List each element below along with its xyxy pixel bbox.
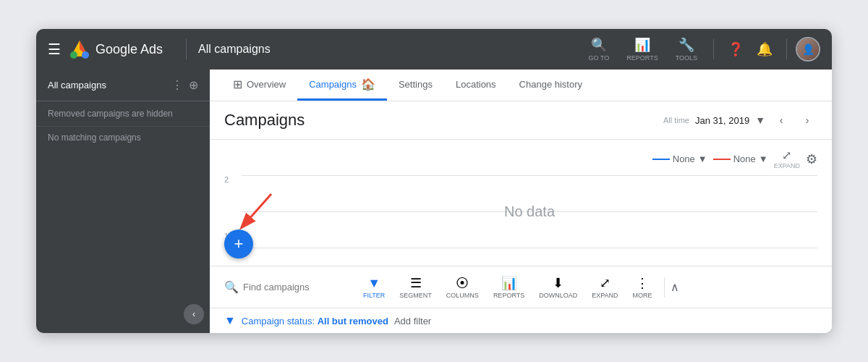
removed-notice-text: Removed campaigns are hidden [48, 109, 173, 119]
download-icon: ⬇ [553, 275, 563, 291]
sidebar-header: All campaigns ⋮ ⊕ [36, 70, 210, 101]
more-label: MORE [633, 292, 652, 299]
search-icon: 🔍 [224, 280, 239, 294]
filter-prefix: Campaign status: [242, 316, 315, 327]
reports-label: REPORTS [626, 54, 658, 62]
nav-separator [713, 39, 714, 59]
svg-point-3 [70, 51, 77, 59]
svg-point-2 [82, 51, 89, 59]
google-ads-text: Google Ads [95, 42, 163, 57]
google-ads-logo: Google Ads [69, 39, 163, 59]
reports-toolbar-button[interactable]: 📊 REPORTS [488, 272, 530, 302]
no-data-label: No data [504, 203, 555, 220]
date-prev-button[interactable]: ‹ [771, 110, 791, 130]
chart-lines: No data [242, 175, 817, 248]
nav-item-overview[interactable]: ⊞ Overview [221, 70, 297, 101]
sidebar-removed-notice: Removed campaigns are hidden [36, 101, 210, 127]
nav-item-settings[interactable]: Settings [387, 70, 444, 101]
campaigns-home-icon: 🏠 [361, 77, 375, 91]
date-label: All time [663, 116, 689, 125]
nav-page-title: All campaigns [198, 43, 271, 56]
content-header: Campaigns All time Jan 31, 2019 ▼ ‹ › [210, 101, 832, 140]
page-title: Campaigns [224, 111, 663, 130]
download-label: DOWNLOAD [539, 292, 577, 299]
legend-none-1[interactable]: None ▼ [673, 153, 707, 164]
help-button[interactable]: ❓ [723, 36, 749, 62]
y-label-2: 2 [224, 175, 229, 184]
reports-button[interactable]: 📊 REPORTS [619, 33, 665, 66]
nav-item-campaigns[interactable]: Campaigns 🏠 [297, 70, 387, 101]
tools-button[interactable]: 🔧 TOOLS [668, 33, 705, 66]
expand-toolbar-button[interactable]: ⤢ EXPAND [586, 272, 624, 302]
reports-toolbar-icon: 📊 [501, 275, 517, 291]
expand-icon: ⤢ [782, 148, 791, 162]
sidebar-menu-icon[interactable]: ⋮ [171, 78, 183, 92]
add-campaign-button[interactable]: + [224, 230, 253, 258]
sidebar: All campaigns ⋮ ⊕ Removed campaigns are … [36, 70, 210, 333]
collapse-sidebar-button[interactable]: ‹ [184, 304, 204, 324]
sidebar-add-icon[interactable]: ⊕ [189, 78, 198, 92]
search-icon: 🔍 [591, 37, 607, 53]
legend-blue-line [652, 159, 670, 160]
date-range: All time Jan 31, 2019 ▼ ‹ › [663, 110, 817, 130]
locations-label: Locations [456, 79, 496, 90]
hamburger-button[interactable]: ☰ [48, 41, 61, 58]
nav-item-change-history[interactable]: Change history [508, 70, 594, 101]
filter-bar-text: Campaign status: All but removed [242, 316, 388, 327]
search-campaigns-input[interactable] [243, 282, 330, 292]
google-ads-logo-icon [69, 39, 90, 59]
change-history-label: Change history [519, 79, 582, 90]
date-dropdown-button[interactable]: ▼ [755, 114, 765, 126]
legend-red-line [713, 159, 731, 160]
nav-item-locations[interactable]: Locations [444, 70, 508, 101]
top-nav: ☰ Google Ads All campaigns 🔍 GO TO 📊 REP… [36, 29, 832, 70]
sidebar-collapse: ‹ [36, 295, 210, 333]
add-filter-button[interactable]: Add filter [394, 316, 431, 327]
chart-sliders-button[interactable]: ⚙ [806, 151, 817, 167]
more-button[interactable]: ⋮ MORE [627, 272, 658, 302]
filter-bar-icon: ▼ [224, 314, 236, 327]
goto-label: GO TO [589, 54, 610, 62]
notifications-button[interactable]: 🔔 [752, 36, 778, 62]
filter-label: FILTER [363, 292, 385, 299]
columns-label: COLUMNS [446, 292, 479, 299]
grid-line-bottom [242, 248, 817, 248]
sidebar-no-match: No matching campaigns [36, 127, 210, 148]
columns-icon: ⦿ [456, 276, 469, 291]
columns-button[interactable]: ⦿ COLUMNS [441, 273, 485, 302]
avatar-image: 👤 [797, 38, 819, 60]
segment-button[interactable]: ☰ SEGMENT [393, 272, 438, 302]
more-icon: ⋮ [636, 275, 649, 291]
collapse-icon: ‹ [192, 309, 195, 319]
grid-line-top [242, 175, 817, 176]
legend-none-1-arrow: ▼ [698, 153, 707, 164]
legend-none-1-text: None [673, 153, 695, 164]
collapse-up-button[interactable]: ∧ [671, 280, 679, 294]
legend-none-2[interactable]: None ▼ [733, 153, 768, 164]
expand-toolbar-icon: ⤢ [600, 275, 610, 291]
filter-value[interactable]: All but removed [318, 316, 388, 327]
right-panel: ⊞ Overview Campaigns 🏠 Settings Location… [210, 70, 832, 333]
date-next-button[interactable]: › [797, 110, 817, 130]
chart-expand-button[interactable]: ⤢ EXPAND [774, 148, 800, 169]
expand-label: EXPAND [774, 162, 800, 169]
tools-label: TOOLS [676, 54, 697, 62]
chart-graph: 2 1 No data [224, 175, 817, 248]
reports-toolbar-label: REPORTS [493, 292, 524, 299]
filter-bar: ▼ Campaign status: All but removed Add f… [210, 308, 832, 333]
settings-label: Settings [399, 79, 433, 90]
tools-icon: 🔧 [678, 37, 694, 53]
bottom-toolbar: 🔍 ▼ FILTER ☰ SEGMENT ⦿ COLUMNS 📊 RE [210, 266, 832, 308]
user-avatar[interactable]: 👤 [796, 37, 820, 62]
campaigns-label: Campaigns [309, 79, 357, 90]
download-button[interactable]: ⬇ DOWNLOAD [533, 272, 583, 302]
nav-divider [186, 39, 187, 59]
no-match-text: No matching campaigns [48, 132, 141, 143]
legend-none-2-text: None [733, 153, 756, 164]
nav-separator-2 [786, 39, 787, 59]
search-campaigns: 🔍 [224, 280, 354, 294]
goto-button[interactable]: 🔍 GO TO [582, 33, 617, 66]
filter-button[interactable]: ▼ FILTER [357, 273, 391, 302]
reports-icon: 📊 [634, 37, 650, 53]
overview-label: Overview [247, 79, 286, 90]
